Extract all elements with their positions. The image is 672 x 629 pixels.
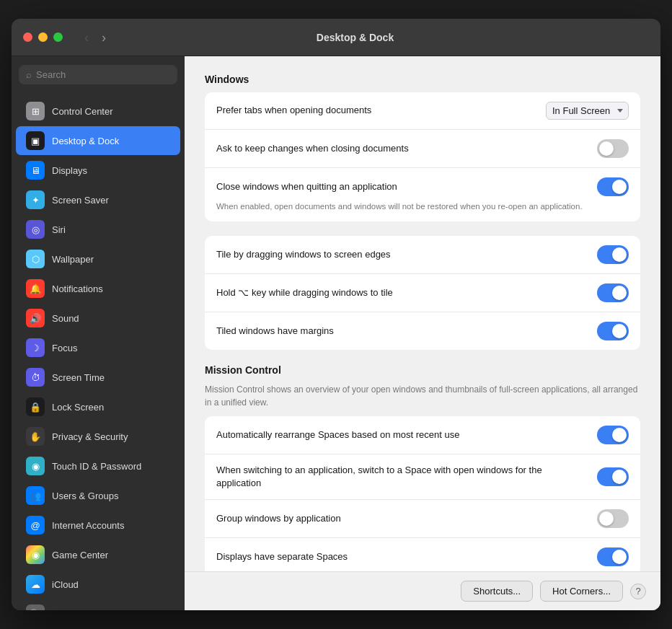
sidebar-item-icloud[interactable]: ☁iCloud	[16, 570, 180, 599]
sidebar-item-label-lock-screen: Lock Screen	[52, 402, 104, 413]
sidebar-item-lock-screen[interactable]: 🔒Lock Screen	[16, 392, 180, 421]
forward-button[interactable]: ›	[97, 30, 110, 45]
sidebar-item-screen-saver[interactable]: ✦Screen Saver	[16, 185, 180, 214]
icloud-icon: ☁	[26, 575, 45, 594]
setting-label-auto-rearrange: Automatically rearrange Spaces based on …	[216, 428, 588, 441]
sidebar-list: ⊞Control Center▣Desktop & Dock🖥Displays✦…	[12, 93, 185, 610]
setting-select-prefer-tabs[interactable]: AlwaysIn Full ScreenManually	[546, 102, 629, 120]
sidebar-item-wallpaper[interactable]: ⬡Wallpaper	[16, 245, 180, 273]
setting-label-hold-key-drag: Hold ⌥ key while dragging windows to til…	[216, 286, 588, 299]
setting-label-prefer-tabs: Prefer tabs when opening documents	[216, 104, 537, 117]
nav-buttons: ‹ ›	[80, 30, 110, 45]
setting-row-hold-key-drag: Hold ⌥ key while dragging windows to til…	[205, 274, 640, 312]
setting-row-switch-space: When switching to an application, switch…	[205, 454, 640, 500]
sidebar-item-label-siri: Siri	[52, 224, 66, 235]
sidebar-item-touch-id-password[interactable]: ◉Touch ID & Password	[16, 452, 180, 480]
sidebar-item-label-desktop-dock: Desktop & Dock	[52, 136, 119, 146]
main-window: ‹ › Desktop & Dock ⌕ ⊞Control Center▣Des…	[12, 19, 660, 610]
settings-card-mission-control: Automatically rearrange Spaces based on …	[205, 416, 640, 571]
setting-row-close-windows: Close windows when quitting an applicati…	[205, 168, 640, 221]
sidebar-item-label-touch-id-password: Touch ID & Password	[52, 461, 141, 472]
setting-row-prefer-tabs: Prefer tabs when opening documentsAlways…	[205, 92, 640, 130]
sidebar-item-label-notifications: Notifications	[52, 283, 103, 294]
sound-icon: 🔊	[26, 309, 45, 327]
content-area: ⌕ ⊞Control Center▣Desktop & Dock🖥Display…	[12, 56, 660, 610]
section-title-windows: Windows	[205, 74, 640, 85]
sidebar-item-screen-time[interactable]: ⏱Screen Time	[16, 363, 180, 392]
notifications-icon: 🔔	[26, 279, 45, 298]
setting-label-tile-drag: Tile by dragging windows to screen edges	[216, 248, 588, 261]
sidebar-item-label-icloud: iCloud	[52, 579, 79, 590]
close-button[interactable]	[23, 32, 32, 42]
toggle-close-windows[interactable]	[597, 177, 629, 196]
sidebar-item-users-groups[interactable]: 👥Users & Groups	[16, 481, 180, 510]
hot-corners-button[interactable]: Hot Corners...	[540, 581, 623, 602]
sidebar: ⌕ ⊞Control Center▣Desktop & Dock🖥Display…	[12, 56, 185, 610]
setting-row-tiled-margins: Tiled windows have margins	[205, 312, 640, 350]
sidebar-item-privacy-security[interactable]: ✋Privacy & Security	[16, 422, 180, 451]
sidebar-item-label-spotlight: Spotlight	[52, 609, 89, 611]
focus-icon: ☽	[26, 338, 45, 357]
toggle-hold-key-drag[interactable]	[597, 283, 629, 302]
sidebar-item-control-center[interactable]: ⊞Control Center	[16, 97, 180, 126]
search-bar[interactable]: ⌕	[19, 65, 177, 84]
sidebar-item-desktop-dock[interactable]: ▣Desktop & Dock	[16, 126, 180, 155]
setting-label-ask-keep-changes: Ask to keep changes when closing documen…	[216, 142, 588, 155]
sidebar-item-notifications[interactable]: 🔔Notifications	[16, 274, 180, 303]
toggle-group-windows[interactable]	[597, 509, 629, 528]
titlebar: ‹ › Desktop & Dock	[12, 19, 660, 56]
toggle-auto-rearrange[interactable]	[597, 426, 629, 444]
sidebar-item-spotlight[interactable]: 🔍Spotlight	[16, 599, 180, 610]
desktop-dock-icon: ▣	[26, 131, 45, 150]
shortcuts-button[interactable]: Shortcuts...	[461, 581, 533, 602]
siri-icon: ◎	[26, 220, 45, 239]
sidebar-item-label-screen-saver: Screen Saver	[52, 195, 109, 206]
sidebar-item-label-privacy-security: Privacy & Security	[52, 431, 128, 442]
sidebar-item-label-displays: Displays	[52, 165, 87, 176]
settings-card-windows: Prefer tabs when opening documentsAlways…	[205, 92, 640, 221]
wallpaper-icon: ⬡	[26, 250, 45, 268]
search-icon: ⌕	[26, 69, 32, 80]
sidebar-item-displays[interactable]: 🖥Displays	[16, 156, 180, 185]
setting-row-group-windows: Group windows by application	[205, 500, 640, 538]
touch-id-password-icon: ◉	[26, 457, 45, 475]
toggle-separate-spaces[interactable]	[597, 547, 629, 566]
minimize-button[interactable]	[38, 32, 48, 42]
toggle-tiled-margins[interactable]	[597, 322, 629, 340]
sidebar-item-sound[interactable]: 🔊Sound	[16, 304, 180, 333]
sidebar-item-internet-accounts[interactable]: @Internet Accounts	[16, 511, 180, 540]
sidebar-item-label-sound: Sound	[52, 313, 79, 324]
screen-time-icon: ⏱	[26, 368, 45, 387]
sidebar-item-siri[interactable]: ◎Siri	[16, 215, 180, 244]
toggle-tile-drag[interactable]	[597, 245, 629, 264]
section-subtitle-mission-control: Mission Control shows an overview of you…	[205, 383, 640, 409]
displays-icon: 🖥	[26, 161, 45, 180]
help-button[interactable]: ?	[630, 584, 646, 599]
sidebar-item-game-center[interactable]: ◉Game Center	[16, 540, 180, 569]
sidebar-item-label-users-groups: Users & Groups	[52, 491, 118, 501]
setting-label-group-windows: Group windows by application	[216, 512, 588, 525]
maximize-button[interactable]	[53, 32, 63, 42]
setting-label-separate-spaces: Displays have separate Spaces	[216, 550, 588, 563]
setting-note-close-windows: When enabled, open documents and windows…	[216, 199, 629, 212]
traffic-lights	[23, 32, 63, 42]
main-panel: WindowsPrefer tabs when opening document…	[185, 56, 660, 610]
search-input[interactable]	[36, 69, 170, 80]
setting-label-close-windows: Close windows when quitting an applicati…	[216, 180, 588, 193]
toggle-switch-space[interactable]	[597, 467, 629, 486]
control-center-icon: ⊞	[26, 102, 45, 120]
sidebar-item-focus[interactable]: ☽Focus	[16, 333, 180, 362]
toggle-ask-keep-changes[interactable]	[597, 139, 629, 158]
game-center-icon: ◉	[26, 545, 45, 564]
sidebar-item-label-control-center: Control Center	[52, 106, 113, 117]
setting-row-ask-keep-changes: Ask to keep changes when closing documen…	[205, 130, 640, 168]
sidebar-item-label-game-center: Game Center	[52, 550, 108, 560]
internet-accounts-icon: @	[26, 516, 45, 535]
sidebar-item-label-wallpaper: Wallpaper	[52, 254, 94, 265]
back-button[interactable]: ‹	[80, 30, 93, 45]
setting-row-separate-spaces: Displays have separate Spaces	[205, 538, 640, 571]
setting-label-tiled-margins: Tiled windows have margins	[216, 325, 588, 338]
panel-footer: Shortcuts... Hot Corners... ?	[185, 571, 660, 610]
sidebar-item-label-screen-time: Screen Time	[52, 372, 105, 383]
setting-row-auto-rearrange: Automatically rearrange Spaces based on …	[205, 416, 640, 454]
